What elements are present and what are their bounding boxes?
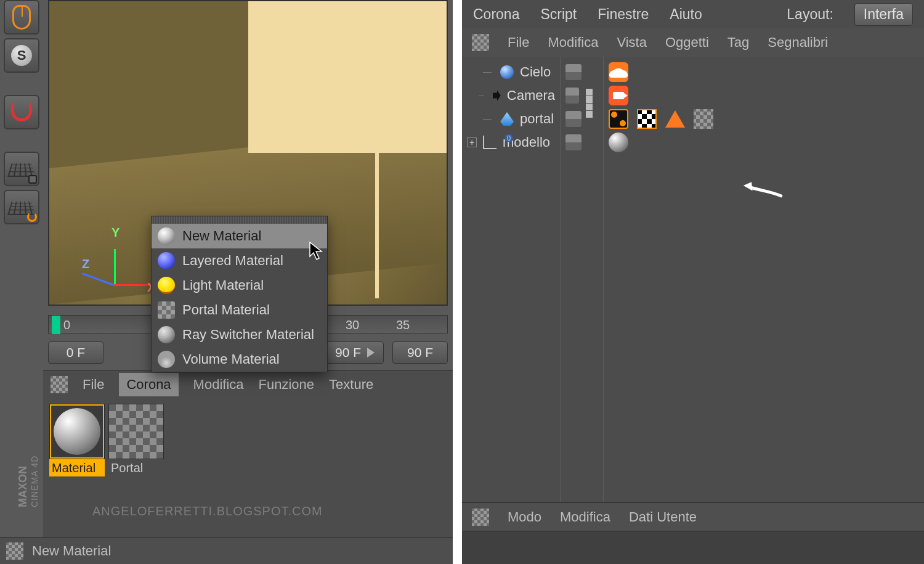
options-icon[interactable] [472, 34, 489, 51]
material-list: Material Portal [43, 399, 453, 481]
material-slot-material[interactable]: Material [49, 404, 105, 476]
attribute-manager-menu: Modo Modifica Dati Utente [462, 502, 924, 531]
object-row-cielo[interactable]: Cielo [462, 60, 560, 84]
menu-funzione[interactable]: Funzione [259, 377, 315, 393]
menu-item-label: Portal Material [182, 302, 270, 318]
menu-file[interactable]: File [83, 377, 104, 393]
object-manager-menu: File Modifica Vista Oggetti Tag Segnalib… [462, 28, 924, 57]
object-name: portal [520, 111, 554, 127]
timeline-tick: 0 [63, 318, 70, 332]
menu-item-layered-material[interactable]: Layered Material [152, 248, 327, 273]
timeline-start-field[interactable]: 0 F [48, 341, 103, 364]
menu-item-light-material[interactable]: Light Material [152, 273, 327, 298]
material-tag-icon[interactable] [609, 133, 628, 152]
visibility-toggle[interactable] [565, 64, 582, 80]
ray-switcher-material-icon [158, 326, 175, 343]
menu-script[interactable]: Script [540, 6, 577, 23]
object-row-modello[interactable]: + 0 modello [462, 131, 560, 154]
menu-dati-utente[interactable]: Dati Utente [629, 509, 697, 525]
volume-material-icon [158, 351, 175, 368]
menu-item-label: Layered Material [182, 253, 283, 269]
workplane-cycle-button[interactable] [4, 190, 39, 224]
timeline-end-field[interactable]: 90 F [392, 341, 448, 364]
menu-item-label: Ray Switcher Material [182, 327, 314, 343]
axis-z-label: Z [82, 257, 89, 271]
s-icon: S [11, 45, 32, 66]
options-icon[interactable] [51, 376, 68, 393]
menu-tag[interactable]: Tag [727, 35, 749, 51]
camera-object-icon [493, 89, 501, 102]
menu-corona[interactable]: Corona [473, 6, 519, 23]
menu-vista[interactable]: Vista [617, 35, 647, 51]
left-panel: S Y X Z [0, 0, 453, 564]
options-icon[interactable] [472, 509, 489, 526]
play-icon [367, 348, 375, 358]
portal-material-icon [158, 301, 175, 319]
object-name-column: Cielo Camera portal + 0 modello [462, 57, 561, 502]
menu-item-new-material[interactable]: New Material [152, 224, 327, 248]
mouse-icon [12, 5, 31, 30]
status-bar: New Material [0, 537, 453, 564]
menu-oggetti[interactable]: Oggetti [665, 35, 709, 51]
material-slot-portal[interactable]: Portal [108, 404, 164, 476]
object-row-portal[interactable]: portal [462, 107, 560, 131]
viewport-geometry [248, 1, 448, 153]
object-visibility-column [561, 57, 604, 502]
menu-modo[interactable]: Modo [508, 509, 541, 525]
cursor-icon [309, 242, 324, 264]
snap-tool-button[interactable] [4, 95, 39, 129]
timeline-playhead[interactable] [52, 316, 60, 334]
sphere-icon [54, 408, 100, 455]
menu-aiuto[interactable]: Aiuto [670, 6, 702, 23]
menu-modifica[interactable]: Modifica [193, 377, 244, 393]
axis-gizmo: Y X Z [83, 231, 139, 286]
new-material-icon [158, 227, 175, 245]
object-name: Cielo [520, 64, 551, 80]
menu-modifica[interactable]: Modifica [548, 35, 598, 51]
menu-item-label: New Material [182, 228, 261, 244]
viewport-geometry [375, 147, 379, 298]
timeline-tick: 35 [396, 318, 410, 332]
watermark-text: ANGELOFERRETTI.BLOGSPOT.COM [92, 504, 323, 518]
sky-object-icon [500, 65, 514, 79]
material-manager: File Corona Modifica Funzione Texture Ma… [43, 370, 453, 564]
menu-item-ray-switcher-material[interactable]: Ray Switcher Material [152, 322, 327, 347]
menu-item-portal-material[interactable]: Portal Material [152, 298, 327, 322]
viewport-geometry [49, 1, 248, 168]
expand-toggle[interactable]: + [467, 137, 477, 147]
menu-corona[interactable]: Corona [119, 373, 178, 396]
lock-icon [28, 175, 37, 184]
material-thumbnail[interactable] [108, 404, 164, 459]
options-icon[interactable] [6, 542, 23, 560]
visibility-toggle[interactable] [565, 111, 582, 127]
display-tag-icon[interactable] [665, 110, 685, 128]
panel-divider [453, 0, 462, 564]
corona-material-context-menu: New Material Layered Material Light Mate… [151, 216, 328, 372]
menu-item-label: Volume Material [182, 351, 280, 367]
menu-grip[interactable] [152, 216, 327, 224]
workplane-lock-button[interactable] [4, 152, 39, 186]
visibility-toggle[interactable] [565, 134, 582, 150]
texture-tag-transparent-icon[interactable] [694, 109, 713, 129]
corona-camera-tag-icon[interactable] [609, 86, 628, 105]
camera-viewport-toggle[interactable] [585, 88, 598, 103]
menu-finestre[interactable]: Finestre [598, 6, 649, 23]
menu-item-volume-material[interactable]: Volume Material [152, 347, 327, 372]
menu-modifica[interactable]: Modifica [560, 509, 610, 525]
object-row-camera[interactable]: Camera [462, 84, 560, 107]
sphere-tool-button[interactable]: S [4, 38, 39, 73]
menu-file[interactable]: File [508, 35, 529, 51]
visibility-toggle[interactable] [565, 88, 579, 104]
mouse-tool-button[interactable] [4, 0, 39, 35]
object-tags-column [604, 57, 924, 502]
material-label[interactable]: Material [49, 459, 105, 476]
corona-sky-tag-icon[interactable] [609, 62, 628, 82]
material-thumbnail[interactable] [49, 404, 105, 459]
menu-segnalibri[interactable]: Segnalibri [768, 35, 828, 51]
texture-tag-icon[interactable] [637, 109, 657, 129]
menu-texture[interactable]: Texture [329, 377, 373, 393]
layout-label: Layout: [787, 6, 833, 23]
material-label[interactable]: Portal [108, 459, 164, 476]
layout-dropdown[interactable]: Interfa [854, 3, 913, 26]
compositing-tag-icon[interactable] [609, 109, 628, 129]
